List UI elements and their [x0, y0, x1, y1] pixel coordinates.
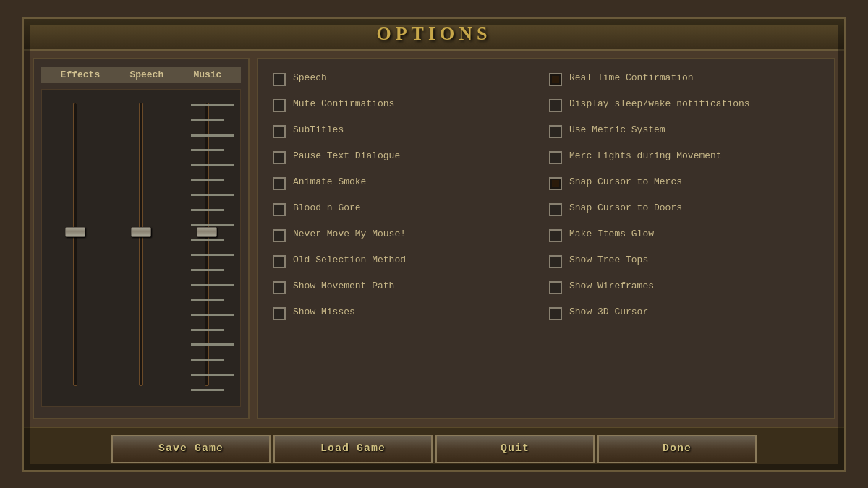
list-item: Blood n Gore: [270, 198, 546, 224]
level-line: [191, 314, 234, 316]
make-items-glow-label: Make Items Glow: [569, 228, 654, 241]
quit-button[interactable]: Quit: [435, 435, 595, 463]
show-wireframes-label: Show Wireframes: [569, 281, 654, 293]
level-line: [191, 389, 224, 391]
effects-rail: [73, 103, 77, 386]
snap-cursor-mercs-label: Snap Cursor to Mercs: [569, 176, 682, 189]
use-metric-system-checkbox[interactable]: [549, 125, 562, 138]
volume-panel: Effects Speech Music: [33, 58, 250, 419]
real-time-confirmation-checkbox[interactable]: [549, 73, 562, 86]
level-line: [191, 254, 234, 256]
show-wireframes-checkbox[interactable]: [549, 281, 562, 294]
options-panel: Speech Mute Confirmations SubTitles Paus…: [257, 58, 835, 419]
pause-text-checkbox[interactable]: [273, 151, 286, 164]
blood-gore-label: Blood n Gore: [293, 202, 361, 215]
save-game-button[interactable]: Save Game: [111, 435, 271, 463]
list-item: Old Selection Method: [270, 250, 546, 276]
animate-smoke-label: Animate Smoke: [293, 176, 366, 189]
level-line: [191, 374, 234, 376]
done-button[interactable]: Done: [597, 435, 757, 463]
show-movement-path-checkbox[interactable]: [273, 281, 286, 294]
list-item: SubTitles: [270, 120, 546, 146]
options-grid: Speech Mute Confirmations SubTitles Paus…: [270, 68, 822, 409]
list-item: Make Items Glow: [546, 224, 822, 250]
options-right-column: Real Time Confirmation Display sleep/wak…: [546, 68, 822, 409]
speech-thumb[interactable]: [131, 227, 151, 237]
slider-track-area: [41, 89, 241, 407]
list-item: Show Tree Tops: [546, 250, 822, 276]
level-line: [191, 149, 224, 151]
level-line: [191, 284, 234, 286]
old-selection-method-label: Old Selection Method: [293, 254, 406, 267]
list-item: Real Time Confirmation: [546, 68, 822, 94]
show-3d-cursor-checkbox[interactable]: [549, 307, 562, 320]
list-item: Show Movement Path: [270, 276, 546, 302]
use-metric-system-label: Use Metric System: [569, 124, 665, 137]
show-3d-cursor-label: Show 3D Cursor: [569, 307, 648, 319]
never-move-mouse-label: Never Move My Mouse!: [293, 228, 406, 241]
blood-gore-checkbox[interactable]: [273, 203, 286, 216]
mute-confirmations-label: Mute Confirmations: [293, 98, 394, 111]
effects-slider[interactable]: [64, 95, 86, 401]
show-misses-label: Show Misses: [293, 307, 355, 319]
speech-checkbox[interactable]: [273, 73, 286, 86]
old-selection-method-checkbox[interactable]: [273, 255, 286, 268]
show-misses-checkbox[interactable]: [273, 307, 286, 320]
effects-header: Effects: [61, 69, 101, 80]
level-line: [191, 343, 234, 346]
level-line: [191, 209, 224, 211]
list-item: Pause Text Dialogue: [270, 146, 546, 172]
level-line: [191, 269, 224, 271]
list-item: Use Metric System: [546, 120, 822, 146]
list-item: Snap Cursor to Doors: [546, 198, 822, 224]
music-header: Music: [193, 69, 221, 80]
speech-rail: [139, 103, 143, 386]
show-tree-tops-checkbox[interactable]: [549, 255, 562, 268]
level-line: [191, 104, 234, 106]
display-sleep-wake-label: Display sleep/wake notifications: [569, 98, 750, 111]
music-thumb[interactable]: [197, 227, 217, 237]
effects-thumb[interactable]: [65, 227, 85, 237]
list-item: Show 3D Cursor: [546, 302, 822, 328]
level-line: [191, 224, 234, 226]
speech-label: Speech: [293, 72, 327, 85]
show-movement-path-label: Show Movement Path: [293, 281, 394, 293]
main-content: Effects Speech Music: [24, 51, 844, 427]
level-line: [191, 164, 234, 166]
animate-smoke-checkbox[interactable]: [273, 177, 286, 190]
load-game-button[interactable]: Load Game: [273, 435, 433, 463]
level-line: [191, 119, 224, 121]
speech-header: Speech: [129, 69, 163, 80]
list-item: Animate Smoke: [270, 172, 546, 198]
level-line: [191, 179, 224, 181]
slider-headers: Effects Speech Music: [41, 67, 241, 83]
level-line: [191, 134, 234, 137]
list-item: Snap Cursor to Mercs: [546, 172, 822, 198]
snap-cursor-doors-label: Snap Cursor to Doors: [569, 202, 682, 215]
level-line: [191, 329, 224, 331]
sliders-container: [41, 89, 241, 407]
level-line: [191, 194, 234, 196]
mute-confirmations-checkbox[interactable]: [273, 99, 286, 112]
options-left-column: Speech Mute Confirmations SubTitles Paus…: [270, 68, 546, 409]
level-line: [191, 359, 224, 361]
level-indicator: [190, 90, 240, 406]
show-tree-tops-label: Show Tree Tops: [569, 254, 648, 267]
merc-lights-label: Merc Lights during Movement: [569, 150, 722, 163]
list-item: Merc Lights during Movement: [546, 146, 822, 172]
subtitles-checkbox[interactable]: [273, 125, 286, 138]
bottom-bar: Save Game Load Game Quit Done: [24, 427, 844, 470]
title-bar: OPTIONS: [24, 19, 844, 51]
never-move-mouse-checkbox[interactable]: [273, 229, 286, 242]
make-items-glow-checkbox[interactable]: [549, 229, 562, 242]
list-item: Speech: [270, 68, 546, 94]
display-sleep-wake-checkbox[interactable]: [549, 99, 562, 112]
snap-cursor-mercs-checkbox[interactable]: [549, 177, 562, 190]
merc-lights-checkbox[interactable]: [549, 151, 562, 164]
subtitles-label: SubTitles: [293, 124, 344, 137]
window-title: OPTIONS: [376, 23, 491, 45]
list-item: Display sleep/wake notifications: [546, 94, 822, 120]
speech-slider[interactable]: [130, 95, 152, 401]
options-window: OPTIONS Effects Speech Music: [22, 17, 846, 472]
snap-cursor-doors-checkbox[interactable]: [549, 203, 562, 216]
